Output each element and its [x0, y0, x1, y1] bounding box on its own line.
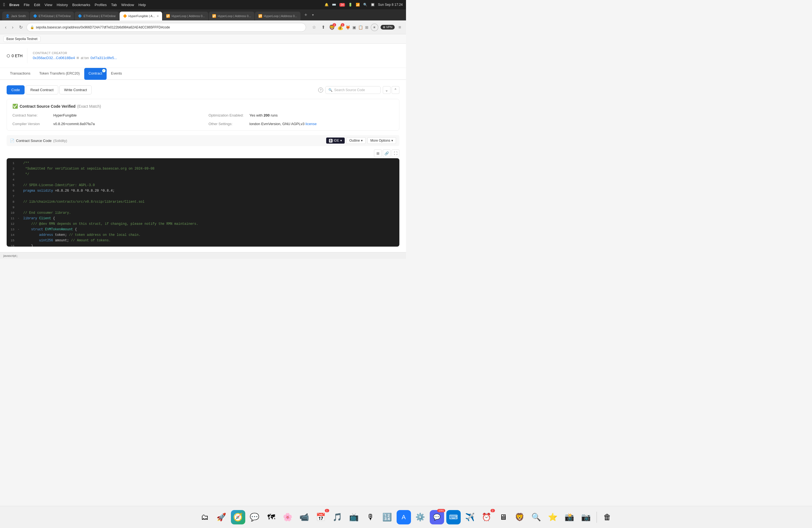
line-num-1: 1 — [6, 161, 18, 166]
menubar-right-icons: 🔔 ⌨️ 34 🔋 📶 🔍 🔲 Sun Sep 8 17:24 — [324, 3, 403, 6]
code-tab-right: ? 🔍 Search Source Code ⌄ ⌃ — [318, 86, 400, 94]
tab-ethglobal-2[interactable]: 🔷 ETHGlobal | ETHOnline — [75, 12, 119, 20]
status-bar: javascript;; — [0, 252, 406, 259]
apple-icon[interactable]:  — [3, 2, 5, 7]
new-tab-button[interactable]: + — [302, 12, 309, 18]
bookmark-base-sepolia[interactable]: Base Sepolia Testnet — [3, 36, 41, 42]
tab-events[interactable]: Events — [106, 68, 127, 79]
wifi-icon[interactable]: 📶 — [356, 3, 360, 6]
license-link[interactable]: license — [305, 122, 317, 126]
address-text: sepolia.basescan.org/address/0x966D724A7… — [36, 25, 302, 29]
tab-overflow-button[interactable]: ▾ — [310, 10, 316, 20]
menubar-profiles[interactable]: Profiles — [95, 3, 106, 7]
control-center-icon[interactable]: 🔲 — [371, 3, 375, 6]
eth-balance: ⬡ 0 ETH — [6, 54, 23, 58]
other-settings-row: Other Settings: london EvmVersion, GNU A… — [208, 122, 394, 126]
outline-button[interactable]: Outline ▾ — [346, 137, 366, 144]
keyboard-icon[interactable]: ⌨️ — [332, 3, 336, 6]
menubar-file[interactable]: File — [24, 3, 30, 7]
search-menubar-icon[interactable]: 🔍 — [363, 3, 367, 6]
code-line-12: 12 /// @dev RMN depends on this struct, … — [6, 221, 400, 227]
vpn-button[interactable]: ⊕ VPN — [381, 25, 395, 30]
share-button[interactable]: ⬆ — [320, 24, 327, 31]
creator-row: 0x356acD32...Cd0618Be4 ⊞ at txn 0xf7a311… — [33, 56, 394, 60]
copy-code-button[interactable]: ⊞ — [374, 149, 382, 157]
menu-button[interactable]: ≡ — [397, 24, 403, 31]
tab-ethglobal-1[interactable]: 🔷 ETHGlobal | ETHOnline — [30, 12, 74, 20]
line-num-10: 10 — [6, 210, 18, 216]
line-num-13: 13 — [6, 227, 18, 232]
tab-label-7: HyperLoop | Address 0... — [264, 14, 297, 18]
expand-all-button[interactable]: ⌃ — [392, 86, 400, 94]
search-source-input-wrap[interactable]: 🔍 Search Source Code — [325, 86, 381, 94]
code-lines[interactable]: 1 /** 2 *Submitted for verification at s… — [6, 158, 400, 247]
ide-button[interactable]: B IDE ▾ — [326, 137, 345, 144]
tab-hyperloop-2[interactable]: 🔁 HyperLoop | Address 0... — [209, 12, 255, 20]
source-code-header: 📄 Contract Source Code (Solidity) B IDE … — [6, 135, 400, 146]
forward-button[interactable]: › — [10, 24, 15, 31]
tab-token-transfers[interactable]: Token Transfers (ERC20) — [35, 68, 84, 79]
line-code-14: address token; // token address on the l… — [21, 233, 400, 237]
line-num-12: 12 — [6, 221, 18, 226]
menubar-app-name[interactable]: Brave — [10, 3, 19, 7]
tab-hyperfungible[interactable]: 🔶 HyperFungible | A... ✕ — [120, 12, 162, 20]
help-icon[interactable]: ? — [318, 88, 323, 92]
brave-wallet-button[interactable]: 💰 1 — [337, 24, 343, 30]
line-code-3: */ — [21, 172, 400, 177]
search-source-icon: 🔍 — [329, 88, 333, 92]
outline-label: Outline — [349, 138, 360, 143]
notification-icon[interactable]: 🔔 — [324, 3, 329, 6]
brave-shields-button[interactable]: 🦁 1 — [329, 24, 335, 30]
menubar-edit[interactable]: Edit — [34, 3, 40, 7]
reader-button[interactable]: 📋 — [358, 25, 363, 30]
file-icon: 📄 — [10, 138, 14, 143]
main-content: ⬡ 0 ETH CONTRACT CREATOR 0x356acD32...Cd… — [0, 44, 406, 252]
tab-close-4[interactable]: ✕ — [157, 15, 159, 18]
line-num-6: 6 — [6, 188, 18, 193]
menubar-view[interactable]: View — [44, 3, 52, 7]
sidebar-button[interactable]: ▣ — [352, 25, 356, 30]
tab-favicon-3: 🔷 — [78, 14, 82, 18]
tab-favicon-4: 🔶 — [123, 14, 127, 18]
bookmark-button[interactable]: ☆ — [310, 24, 318, 31]
extensions-button[interactable]: 🦊 — [346, 25, 350, 30]
code-line-9: 9 — [6, 205, 400, 210]
code-tab-write-contract[interactable]: Write Contract — [59, 85, 92, 94]
split-button[interactable]: ⊞ — [365, 25, 368, 30]
badge-34: 34 — [339, 3, 345, 6]
menubar-tab[interactable]: Tab — [111, 3, 117, 7]
line-code-11: library Client { — [21, 216, 400, 221]
tab-jack-smith[interactable]: 👤 Jack Smith — [2, 12, 29, 20]
code-tab-read-contract[interactable]: Read Contract — [26, 85, 58, 94]
creator-address-link[interactable]: 0x356acD32...Cd0618Be4 — [33, 56, 75, 60]
menubar-window[interactable]: Window — [121, 3, 134, 7]
line-num-8: 8 — [6, 200, 18, 204]
verified-title: Contract Source Code Verified — [19, 104, 75, 108]
back-button[interactable]: ‹ — [3, 24, 8, 31]
tab-contract[interactable]: Contract ✓ — [84, 68, 106, 80]
status-text: javascript;; — [3, 254, 18, 258]
address-input-wrap[interactable]: 🔒 sepolia.basescan.org/address/0x966D724… — [27, 23, 306, 32]
tab-transactions[interactable]: Transactions — [5, 68, 35, 79]
code-line-4: 4 — [6, 177, 400, 182]
link-code-button[interactable]: 🔗 — [383, 149, 391, 157]
tab-hyperloop-1[interactable]: 🔁 HyperLoop | Address 0... — [163, 12, 208, 20]
txn-hash-link[interactable]: 0xf7a311c8fe5... — [91, 56, 117, 60]
menubar-history[interactable]: History — [57, 3, 68, 7]
code-line-13: 13 - struct EVMTokenAmount { — [6, 227, 400, 232]
tab-hyperloop-3[interactable]: 🔁 HyperLoop | Address 0... — [255, 12, 301, 20]
copy-tools-row: ⊞ 🔗 ⛶ — [6, 149, 400, 157]
expand-code-button[interactable]: ⛶ — [392, 149, 400, 157]
menubar-help[interactable]: Help — [139, 3, 146, 7]
menubar:  Brave File Edit View History Bookmarks… — [0, 0, 406, 10]
refresh-button[interactable]: ↻ — [17, 24, 24, 31]
address-bar-right: ☆ ⬆ 🦁 1 💰 1 🦊 ▣ 📋 ⊞ ☀ ⊕ VPN ≡ — [310, 24, 403, 31]
theme-toggle[interactable]: ☀ — [371, 24, 378, 31]
tab-favicon-7: 🔁 — [258, 14, 262, 18]
more-options-button[interactable]: More Options ▾ — [367, 137, 396, 144]
copy-address-icon[interactable]: ⊞ — [76, 56, 79, 60]
code-tab-code[interactable]: Code — [6, 85, 25, 94]
menubar-bookmarks[interactable]: Bookmarks — [72, 3, 90, 7]
collapse-all-button[interactable]: ⌄ — [383, 86, 391, 94]
tab-label-4: HyperFungible | A... — [128, 14, 155, 18]
